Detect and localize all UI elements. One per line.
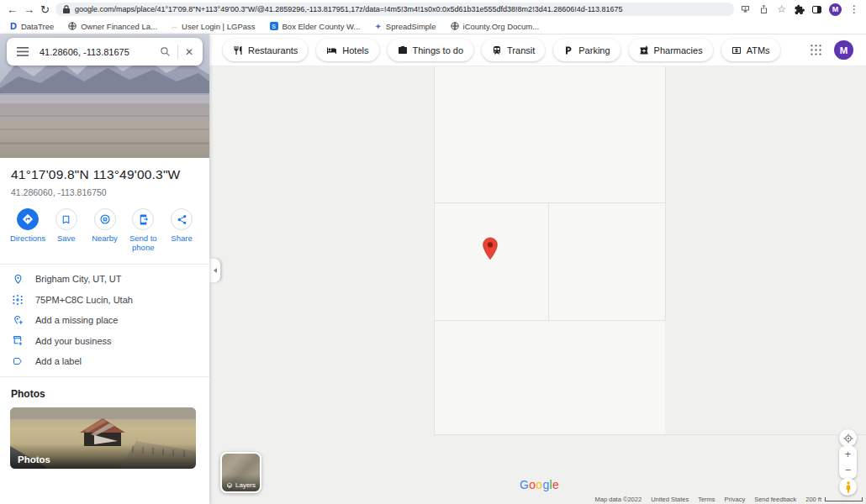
list-item-add-label[interactable]: Add a label [0,351,209,372]
share-icon[interactable] [758,4,769,14]
my-location-icon [843,433,853,444]
bookmark-owner-financed[interactable]: Owner Financed La... [68,22,157,31]
google-logo: Google [520,478,559,491]
browser-menu-icon[interactable]: ⋮ [849,3,859,15]
extensions-icon[interactable] [794,4,805,15]
chip-atms[interactable]: ATMs [721,39,780,61]
browser-chrome: ← → ↻ google.com/maps/place/41°17'09.8"N… [0,0,866,34]
send-to-phone-button[interactable]: Send to phone [124,208,161,253]
install-icon[interactable] [740,4,751,14]
pharmacies-icon [639,45,649,55]
terms-link[interactable]: Terms [698,496,715,503]
parcel-line [548,202,549,320]
url-text: google.com/maps/place/41°17'09.8"N+113°4… [75,5,623,13]
header-right: M [811,40,866,60]
list-item-add-place[interactable]: Add a missing place [0,310,209,331]
layers-button[interactable]: Layers [220,452,261,493]
transit-icon [492,45,502,55]
chip-pharmacies[interactable]: Pharmacies [629,39,713,61]
bookmark-box-elder[interactable]: SBox Elder County W... [270,22,361,31]
browser-actions: ☆ M ⋮ [740,3,859,16]
search-divider [177,45,178,59]
bookmark-datatree[interactable]: DDataTree [10,21,54,31]
apps-grid-icon[interactable] [811,45,821,55]
photo-overlay-label: Photos [18,454,50,465]
map-attribution: Map data ©2022 United States Terms Priva… [595,496,863,503]
action-bar: Directions Save Nearby Send to phone [0,197,209,253]
list-item-add-business[interactable]: Add your business [0,330,209,351]
scale-indicator: 200 ft [805,496,863,503]
chip-parking[interactable]: Parking [553,39,620,61]
browser-avatar[interactable]: M [829,3,842,16]
google-maps-app: 41.28606, -113.81675 ✕ 41°17'09.8"N 113°… [0,34,866,504]
list-item-plus-code[interactable]: 75PM+C8C Lucin, Utah [0,289,209,310]
place-panel: 41.28606, -113.81675 ✕ 41°17'09.8"N 113°… [0,34,209,504]
lock-icon [63,5,70,13]
bookmark-lgpass[interactable]: ︿User Login | LGPass [172,22,255,31]
my-location-button[interactable] [839,429,857,447]
search-input[interactable]: 41.28606, -113.81675 [29,47,160,57]
nearby-icon [94,208,116,230]
panel-collapse-button[interactable] [209,259,220,282]
category-chips-bar: Restaurants Hotels Things to do Transit … [209,34,866,66]
chip-transit[interactable]: Transit [482,39,545,61]
chip-hotels[interactable]: Hotels [316,39,378,61]
chip-things-to-do[interactable]: Things to do [388,39,474,61]
account-avatar[interactable]: M [834,40,853,60]
lgpass-icon: ︿ [172,22,177,31]
close-icon[interactable]: ✕ [185,46,193,58]
share-button[interactable]: Share [163,208,200,253]
place-pin-icon [11,273,24,285]
page-title: 41°17'09.8"N 113°49'00.3"W [11,167,199,182]
map-canvas[interactable]: Google Map data ©2022 United States Term… [209,66,866,504]
nearby-button[interactable]: Nearby [87,208,124,253]
chevron-left-icon [214,268,217,273]
directions-button[interactable]: Directions [9,208,46,253]
place-header-photo[interactable]: 41.28606, -113.81675 ✕ [0,34,209,158]
parcel-line [434,66,435,434]
map-marker[interactable] [482,237,499,260]
datatree-icon: D [10,21,17,31]
place-coordinates: 41.286060, -113.816750 [11,187,199,197]
box-elder-icon: S [270,22,278,30]
globe-icon [451,22,459,30]
panel-divider [0,376,209,377]
parcel-line [665,66,666,320]
menu-icon[interactable] [17,47,29,56]
map-region: Restaurants Hotels Things to do Transit … [209,34,866,504]
pegman-button[interactable] [839,478,857,496]
list-item-city[interactable]: Brigham City, UT, UT [0,269,209,290]
feedback-link[interactable]: Send feedback [754,496,796,503]
bookmark-icounty[interactable]: iCounty.Org Docum... [451,22,540,31]
search-box[interactable]: 41.28606, -113.81675 ✕ [7,38,203,66]
back-button[interactable]: ← [7,4,18,15]
things-to-do-icon [398,45,408,55]
search-icon[interactable] [160,46,171,57]
bookmarks-bar: DDataTree Owner Financed La... ︿User Log… [0,18,866,34]
place-info: 41°17'09.8"N 113°49'00.3"W 41.286060, -1… [0,158,209,197]
send-to-phone-icon [132,208,154,230]
globe-icon [68,22,77,30]
scale-bar [825,497,863,501]
region-text: United States [651,496,689,503]
zoom-in-button[interactable]: + [839,447,857,463]
save-button[interactable]: Save [48,208,85,253]
zoom-out-button[interactable]: − [839,463,857,479]
privacy-link[interactable]: Privacy [725,496,746,503]
parcel-line [434,434,866,435]
photos-card[interactable]: Photos [10,407,196,469]
reload-button[interactable]: ↻ [40,4,50,15]
forward-button[interactable]: → [24,4,34,15]
bookmark-spreadsimple[interactable]: ✦SpreadSimple [374,22,436,31]
layers-icon [226,482,233,489]
zoom-control: + − [839,446,857,479]
browser-toolbar: ← → ↻ google.com/maps/place/41°17'09.8"N… [0,0,866,18]
directions-icon [17,208,39,230]
side-panel-icon[interactable] [812,6,821,13]
address-bar[interactable]: google.com/maps/place/41°17'09.8"N+113°4… [55,3,734,16]
chip-restaurants[interactable]: Restaurants [223,39,308,61]
bookmark-star-icon[interactable]: ☆ [777,3,786,15]
atms-icon [731,45,742,55]
parcel-area [434,66,665,434]
add-place-icon [11,314,24,326]
